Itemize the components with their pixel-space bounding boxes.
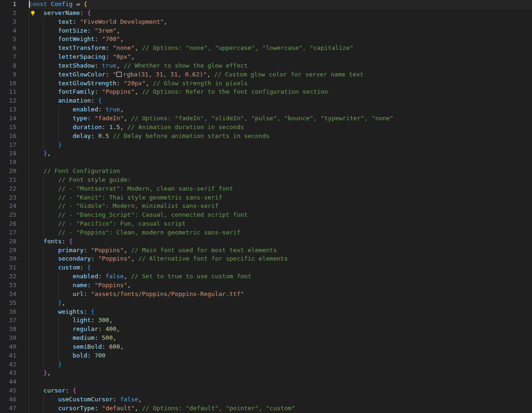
code-line-content[interactable]: } xyxy=(29,360,532,369)
code-line-content[interactable]: secondary: "Poppins", // Alternative fon… xyxy=(29,255,532,263)
line-number[interactable]: 38 xyxy=(0,325,29,334)
line-number[interactable]: 18 xyxy=(0,149,29,158)
code-line-content[interactable]: // - "Kanit": Thai style geometric sans-… xyxy=(29,193,532,202)
code-line-content[interactable]: // - "Dancing_Script": Casual, connected… xyxy=(29,211,532,220)
line-number[interactable]: 35 xyxy=(0,299,29,308)
code-line-content[interactable]: // Font Configuration xyxy=(29,167,532,176)
color-swatch[interactable] xyxy=(116,72,122,77)
code-line-content[interactable]: text: "FiveWorld Development", xyxy=(29,18,532,27)
code-line-content[interactable]: duration: 1.5, // Animation duration in … xyxy=(29,123,532,132)
code-line-content[interactable]: primary: "Poppins", // Main font used fo… xyxy=(29,246,532,255)
line-number[interactable]: 6 xyxy=(0,44,29,53)
line-number[interactable]: 28 xyxy=(0,237,29,246)
code-line-content[interactable]: }, xyxy=(29,299,532,308)
line-number[interactable]: 16 xyxy=(0,132,29,141)
code-editor[interactable]: 1const Config = {2 serverName: {3 text: … xyxy=(0,0,532,413)
line-number[interactable]: 13 xyxy=(0,105,29,114)
line-number[interactable]: 39 xyxy=(0,334,29,343)
code-line-content[interactable]: medium: 500, xyxy=(29,334,532,343)
code-line: 17 } xyxy=(0,141,532,150)
line-number[interactable]: 27 xyxy=(0,228,29,237)
line-number[interactable]: 15 xyxy=(0,123,29,132)
code-line-content[interactable]: letterSpacing: "0px", xyxy=(29,53,532,62)
line-number[interactable]: 24 xyxy=(0,202,29,211)
code-line-content[interactable]: } xyxy=(29,141,532,150)
code-line-content[interactable] xyxy=(29,378,532,386)
code-line-content[interactable]: // - "Gidole": Modern, minimalist sans-s… xyxy=(29,202,532,211)
code-line-content[interactable]: // - "Montserrat": Modern, clean sans-se… xyxy=(29,185,532,193)
line-number[interactable]: 32 xyxy=(0,272,29,281)
code-line-content[interactable]: }, xyxy=(29,369,532,378)
code-line-content[interactable]: url: "assets/fonts/Poppins/Poppins-Regul… xyxy=(29,290,532,299)
line-number[interactable]: 36 xyxy=(0,308,29,317)
line-number[interactable]: 12 xyxy=(0,96,29,105)
line-number[interactable]: 44 xyxy=(0,378,29,386)
line-number[interactable]: 46 xyxy=(0,395,29,404)
line-number[interactable]: 19 xyxy=(0,158,29,167)
line-number[interactable]: 2 xyxy=(0,9,29,18)
line-number[interactable]: 1 xyxy=(0,0,29,9)
code-line: 37 light: 300, xyxy=(0,316,532,325)
line-number[interactable]: 45 xyxy=(0,386,29,395)
line-number[interactable]: 17 xyxy=(0,141,29,150)
code-line-content[interactable]: fontWeight: "700", xyxy=(29,35,532,44)
code-area[interactable]: 1const Config = {2 serverName: {3 text: … xyxy=(0,0,532,413)
code-line-content[interactable]: textTransform: "none", // Options: "none… xyxy=(29,44,532,53)
code-line-content[interactable]: serverName: { xyxy=(29,9,532,18)
line-number[interactable]: 8 xyxy=(0,62,29,70)
code-line-content[interactable]: enabled: true, xyxy=(29,105,532,114)
line-number[interactable]: 7 xyxy=(0,53,29,62)
code-line-content[interactable]: cursor: { xyxy=(29,386,532,395)
code-line-content[interactable]: light: 300, xyxy=(29,316,532,325)
line-number[interactable]: 26 xyxy=(0,220,29,228)
code-line-content[interactable]: textGlowStrength: "20px", // Glow streng… xyxy=(29,79,532,88)
code-line-content[interactable]: semiBold: 600, xyxy=(29,343,532,351)
code-line-content[interactable]: textShadow: true, // Whether to show the… xyxy=(29,62,532,70)
line-number[interactable]: 47 xyxy=(0,404,29,413)
code-line-content[interactable]: }, xyxy=(29,149,532,158)
code-line-content[interactable]: // Font style guide: xyxy=(29,176,532,185)
line-number[interactable]: 40 xyxy=(0,343,29,351)
line-number[interactable]: 29 xyxy=(0,246,29,255)
code-line-content[interactable]: useCustomCursor: false, xyxy=(29,395,532,404)
line-number[interactable]: 30 xyxy=(0,255,29,263)
line-number[interactable]: 41 xyxy=(0,351,29,360)
line-number[interactable]: 25 xyxy=(0,211,29,220)
code-line-content[interactable]: name: "Poppins", xyxy=(29,281,532,290)
line-number[interactable]: 33 xyxy=(0,281,29,290)
code-line-content[interactable]: delay: 0.5 // Delay before animation sta… xyxy=(29,132,532,141)
line-number[interactable]: 22 xyxy=(0,185,29,193)
line-number[interactable]: 9 xyxy=(0,70,29,79)
line-number[interactable]: 23 xyxy=(0,193,29,202)
line-number[interactable]: 10 xyxy=(0,79,29,88)
line-number[interactable]: 3 xyxy=(0,18,29,27)
code-line-content[interactable]: fontFamily: "Poppins", // Options: Refer… xyxy=(29,88,532,96)
line-number[interactable]: 5 xyxy=(0,35,29,44)
line-number[interactable]: 4 xyxy=(0,27,29,35)
code-line-content[interactable]: weights: { xyxy=(29,308,532,317)
code-line-content[interactable]: // - "Pacifico": Fun, casual script xyxy=(29,220,532,228)
code-line-content[interactable]: regular: 400, xyxy=(29,325,532,334)
line-number[interactable]: 31 xyxy=(0,263,29,272)
code-line-content[interactable]: const Config = { xyxy=(29,0,532,9)
code-line-content[interactable]: bold: 700 xyxy=(29,351,532,360)
code-line-content[interactable]: cursorType: "default", // Options: "defa… xyxy=(29,404,532,413)
code-line-content[interactable]: animation: { xyxy=(29,96,532,105)
line-number[interactable]: 21 xyxy=(0,176,29,185)
line-number[interactable]: 43 xyxy=(0,369,29,378)
line-number[interactable]: 42 xyxy=(0,360,29,369)
line-number[interactable]: 14 xyxy=(0,114,29,123)
line-number[interactable]: 37 xyxy=(0,316,29,325)
line-number[interactable]: 20 xyxy=(0,167,29,176)
code-line-content[interactable]: type: "fadeIn", // Options: "fadeIn", "s… xyxy=(29,114,532,123)
code-line-content[interactable]: custom: { xyxy=(29,263,532,272)
code-line-content[interactable]: textGlowColor: "rgba(31, 31, 31, 0.62)",… xyxy=(29,70,532,79)
code-line: 35 }, xyxy=(0,299,532,308)
code-line-content[interactable]: fonts: { xyxy=(29,237,532,246)
line-number[interactable]: 34 xyxy=(0,290,29,299)
code-line-content[interactable] xyxy=(29,158,532,167)
code-line-content[interactable]: // - "Poppins": Clean, modern geometric … xyxy=(29,228,532,237)
code-line-content[interactable]: fontSize: "3rem", xyxy=(29,27,532,35)
code-line-content[interactable]: enabled: false, // Set to true to use cu… xyxy=(29,272,532,281)
line-number[interactable]: 11 xyxy=(0,88,29,96)
